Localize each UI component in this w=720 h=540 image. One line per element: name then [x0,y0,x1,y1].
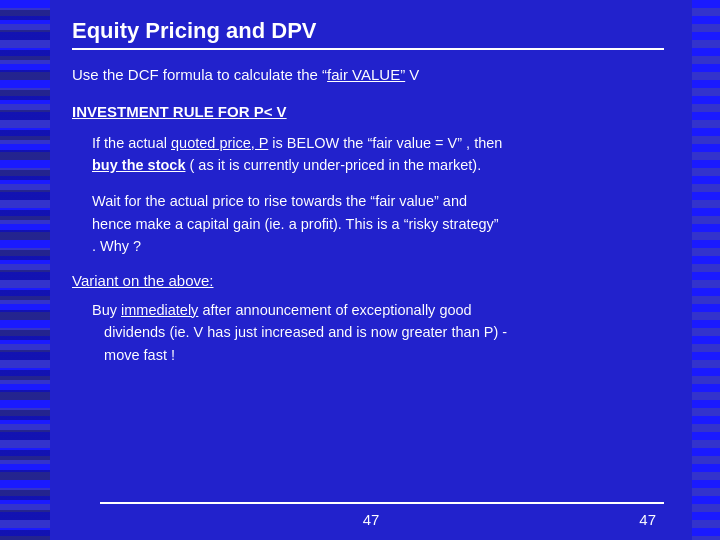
quoted-price-underline: quoted price, P [171,135,268,151]
content-body: Use the DCF formula to calculate the “fa… [72,64,664,366]
page-title: Equity Pricing and DPV [72,18,664,50]
paragraph2-text: Wait for the actual price to rise toward… [92,190,664,257]
intro-section: Use the DCF formula to calculate the “fa… [72,64,664,87]
footer-line [100,502,664,504]
variant-text: Buy immediately after announcement of ex… [72,299,664,366]
paragraph1-text: If the actual quoted price, P is BELOW t… [92,132,664,177]
intro-text: Use the DCF formula to calculate the “fa… [72,64,664,87]
investment-rule-heading: INVESTMENT RULE FOR P< V [72,103,664,120]
page-number-right: 47 [639,511,656,528]
paragraph1-block: If the actual quoted price, P is BELOW t… [72,132,664,258]
immediately-underline: immediately [121,302,198,318]
right-border [692,0,720,540]
variant-heading: Variant on the above: [72,272,664,289]
page-number-center: 47 [363,511,380,528]
main-content: Equity Pricing and DPV Use the DCF formu… [50,0,692,540]
buy-stock-underline: buy the stock [92,157,185,173]
intro-underline: fair VALUE” [327,66,405,83]
left-border [0,0,50,540]
